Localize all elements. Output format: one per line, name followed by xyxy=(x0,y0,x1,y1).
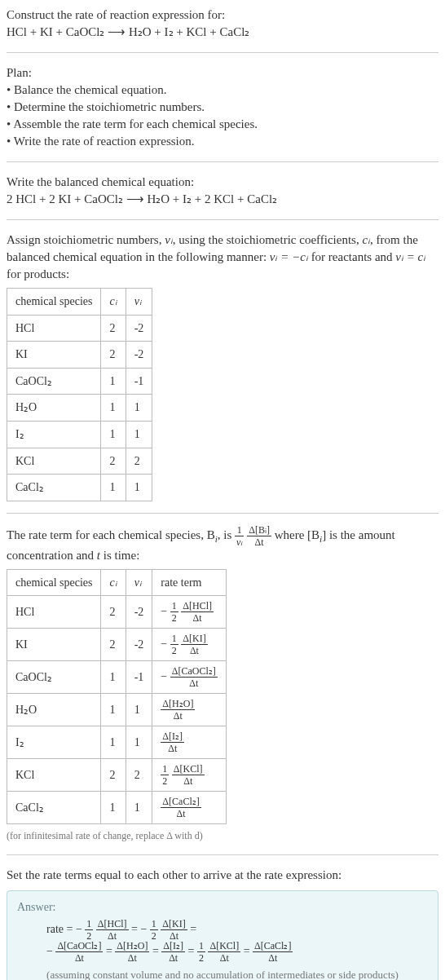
d: Δt xyxy=(161,808,200,819)
rate-frac: Δ[I₂]Δt xyxy=(161,731,184,753)
cell-v: 1 xyxy=(126,395,152,422)
cell-v: 1 xyxy=(126,475,152,501)
half: 12 xyxy=(197,941,205,963)
plan-bullet: • Write the rate of reaction expression. xyxy=(7,133,438,150)
cell-v: -2 xyxy=(126,629,152,661)
cell-c: 2 xyxy=(101,315,126,342)
cell-species: H₂O xyxy=(7,694,101,726)
balanced-heading: Write the balanced chemical equation: xyxy=(7,174,438,191)
ci-label: cᵢ xyxy=(109,576,117,589)
col-nui: νᵢ xyxy=(126,569,152,596)
text: for products: xyxy=(7,267,69,280)
nui-label: νᵢ xyxy=(134,295,142,307)
table-row: H₂O11 xyxy=(7,395,152,422)
d: 2 xyxy=(150,930,158,941)
cell-species: H₂O xyxy=(7,395,101,422)
table-row: KCl22 xyxy=(7,448,152,475)
n: Δ[CaCl₂] xyxy=(161,797,200,808)
table-row: CaOCl₂ 1 -1 − Δ[CaOCl₂]Δt xyxy=(7,661,227,694)
plan-heading: Plan: xyxy=(7,64,438,82)
cell-species: HCl xyxy=(7,596,101,629)
nui-label: νᵢ xyxy=(134,576,142,589)
table-row: HCl2-2 xyxy=(7,315,152,342)
table-row: CaCl₂11 xyxy=(7,475,152,501)
half: 12 xyxy=(150,919,158,941)
n: Δ[HCl] xyxy=(96,919,129,930)
final-heading: Set the rate terms equal to each other t… xyxy=(7,867,438,884)
cell-v: -2 xyxy=(126,342,152,369)
cell-rate: − 12 Δ[HCl]Δt xyxy=(152,596,226,629)
table-row: H₂O 1 1 Δ[H₂O]Δt xyxy=(7,694,227,726)
frac-cacl2: Δ[CaCl₂]Δt xyxy=(253,941,293,963)
text: , using the stoichiometric coefficients, xyxy=(173,233,363,246)
col-nui: νᵢ xyxy=(126,289,152,316)
col-species: chemical species xyxy=(7,569,101,596)
d: Δt xyxy=(55,952,103,963)
half: 12 xyxy=(170,633,178,656)
d: Δt xyxy=(161,743,184,753)
cell-c: 1 xyxy=(101,792,126,824)
rate-frac: Δ[HCl]Δt xyxy=(181,601,214,623)
n: 1 xyxy=(170,601,178,612)
answer-box: Answer: rate = − 12 Δ[HCl]Δt = − 12 Δ[KI… xyxy=(7,890,438,980)
cell-species: KI xyxy=(7,629,101,661)
table-row: KI2-2 xyxy=(7,342,152,369)
frac-i2: Δ[I₂]Δt xyxy=(161,941,185,963)
prompt-line: Construct the rate of reaction expressio… xyxy=(7,7,438,24)
d: Δt xyxy=(115,952,149,963)
table-row: HCl 2 -2 − 12 Δ[HCl]Δt xyxy=(7,596,227,629)
frac-h2o: Δ[H₂O]Δt xyxy=(115,941,149,963)
cell-c: 1 xyxy=(101,368,126,395)
c-i: cᵢ xyxy=(362,233,370,246)
n: Δ[H₂O] xyxy=(161,699,195,710)
n: Δ[CaCl₂] xyxy=(253,941,293,952)
half: 12 xyxy=(161,764,169,786)
rate-frac: Δ[H₂O]Δt xyxy=(161,699,195,721)
d: Δt xyxy=(161,930,187,941)
cell-v: -1 xyxy=(126,661,152,694)
col-ci: cᵢ xyxy=(101,569,126,596)
denominator: νᵢ xyxy=(235,536,244,547)
table-header-row: chemical species cᵢ νᵢ rate term xyxy=(7,569,227,596)
half: 12 xyxy=(85,919,93,941)
d: Δt xyxy=(253,952,293,963)
text: for reactants and xyxy=(308,250,395,263)
cell-c: 2 xyxy=(101,342,126,369)
table-row: KI 2 -2 − 12 Δ[KI]Δt xyxy=(7,629,227,661)
col-ci: cᵢ xyxy=(101,289,126,316)
n: Δ[KI] xyxy=(161,919,187,930)
table-row: KCl 2 2 12 Δ[KCl]Δt xyxy=(7,759,227,792)
cell-rate: 12 Δ[KCl]Δt xyxy=(152,759,226,792)
text: where [B xyxy=(275,528,319,541)
plan-bullet: • Balance the chemical equation. xyxy=(7,82,438,99)
balanced-equation: 2 HCl + 2 KI + CaOCl₂ ⟶ H₂O + I₂ + 2 KCl… xyxy=(7,191,438,208)
fraction-dBi-dt: Δ[Bᵢ]Δt xyxy=(247,525,271,547)
table-row: CaCl₂ 1 1 Δ[CaCl₂]Δt xyxy=(7,792,227,824)
cell-c: 1 xyxy=(101,694,126,726)
cell-species: HCl xyxy=(7,315,101,342)
answer-footnote: (assuming constant volume and no accumul… xyxy=(17,968,428,980)
frac-kcl: Δ[KCl]Δt xyxy=(208,941,240,963)
cell-v: -2 xyxy=(126,315,152,342)
rate-frac: Δ[CaOCl₂]Δt xyxy=(170,666,218,688)
cell-c: 2 xyxy=(101,629,126,661)
divider xyxy=(7,219,438,220)
divider xyxy=(7,52,438,53)
rateterm-intro: The rate term for each chemical species,… xyxy=(7,525,438,564)
d: Δt xyxy=(172,775,205,786)
cell-rate: − Δ[CaOCl₂]Δt xyxy=(152,661,226,694)
n: Δ[HCl] xyxy=(181,601,214,612)
text: Assign stoichiometric numbers, xyxy=(7,233,165,246)
numerator: 1 xyxy=(235,525,244,536)
cell-v: 1 xyxy=(126,421,152,448)
cell-species: CaOCl₂ xyxy=(7,661,101,694)
cell-species: CaOCl₂ xyxy=(7,368,101,395)
frac-caocl2: Δ[CaOCl₂]Δt xyxy=(55,941,103,963)
stoich-intro: Assign stoichiometric numbers, νᵢ, using… xyxy=(7,232,438,283)
d: 2 xyxy=(85,930,93,941)
cell-c: 1 xyxy=(101,395,126,422)
cell-rate: Δ[I₂]Δt xyxy=(152,726,226,759)
col-rate-term: rate term xyxy=(152,569,226,596)
numerator: Δ[Bᵢ] xyxy=(247,525,271,536)
d: Δt xyxy=(96,930,129,941)
